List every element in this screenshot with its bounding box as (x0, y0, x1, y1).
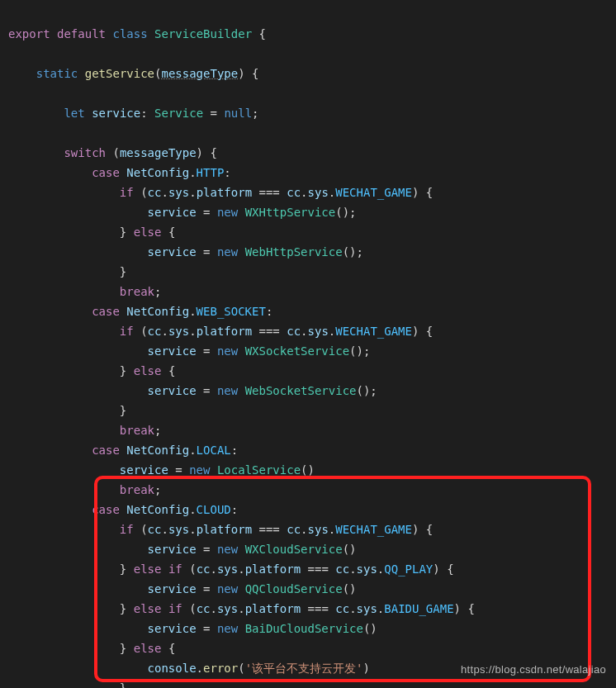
class-LocalService: LocalService (217, 463, 301, 477)
const-HTTP: HTTP (197, 166, 225, 179)
kw-class: class (112, 27, 147, 40)
class-WXSocketService: WXSocketService (245, 344, 349, 358)
kw-null: null (224, 107, 252, 120)
const-LOCAL: LOCAL (197, 444, 231, 457)
watermark: https://blog.csdn.net/walajiao (461, 660, 606, 680)
code-pre: export default class ServiceBuilder { st… (8, 24, 616, 688)
class-WebHttpService: WebHttpService (245, 245, 343, 259)
class-BaiDuCloudService: BaiDuCloudService (245, 622, 363, 635)
kw-let: let (64, 107, 84, 120)
kw-case: case (92, 166, 120, 179)
kw-default: default (57, 27, 106, 40)
console: console (148, 662, 197, 675)
var-service: service (92, 107, 140, 120)
kw-export: export (8, 27, 50, 40)
kw-switch: switch (64, 146, 106, 159)
param-messageType: messageType (161, 67, 238, 80)
class-WXCloudService: WXCloudService (245, 543, 343, 556)
const-CLOUD: CLOUD (197, 503, 231, 516)
class-WebSocketService: WebSocketService (245, 384, 357, 397)
const-WEB_SOCKET: WEB_SOCKET (197, 305, 266, 318)
type-Service: Service (154, 107, 203, 120)
const-BAIDU_GAME: BAIDU_GAME (384, 602, 453, 615)
const-QQ_PLAY: QQ_PLAY (384, 562, 433, 576)
fn-getService: getService (85, 67, 154, 80)
const-WECHAT_GAME: WECHAT_GAME (335, 186, 412, 199)
fn-error: error (203, 662, 238, 675)
kw-static: static (36, 67, 78, 80)
class-QQCloudService: QQCloudService (245, 582, 343, 595)
string-errormsg: '该平台不支持云开发' (245, 662, 363, 675)
code-block: export default class ServiceBuilder { st… (0, 0, 616, 688)
class-WXHttpService: WXHttpService (245, 206, 336, 219)
class-ServiceBuilder: ServiceBuilder (154, 27, 252, 40)
